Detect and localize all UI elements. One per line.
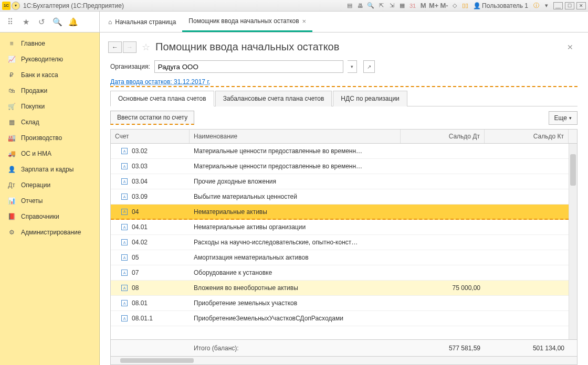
enter-balances-button[interactable]: Ввести остатки по счету [110, 111, 194, 125]
window-close-icon[interactable]: ✕ [576, 2, 586, 9]
sidebar-item-8[interactable]: 👤Зарплата и кадры [0, 162, 99, 177]
table-row[interactable]: A07Оборудование к установке [111, 265, 569, 281]
footer-debit: 577 581,59 [401, 345, 485, 352]
sidebar-icon: ▦ [7, 119, 16, 126]
accounts-table: Счет Наименование Сальдо Дт Сальдо Кт A0… [110, 129, 578, 357]
table-row[interactable]: A04Нематериальные активы [111, 205, 569, 220]
cell-account: 04.02 [132, 239, 148, 246]
toolbar-calendar-icon[interactable]: 31 [408, 2, 417, 10]
sidebar-item-5[interactable]: ▦Склад [0, 114, 99, 130]
sidebar-item-4[interactable]: 🛒Покупки [0, 99, 99, 114]
footer-label: Итого (баланс): [190, 345, 401, 352]
vertical-scrollbar[interactable] [569, 144, 577, 339]
sidebar-item-2[interactable]: ₽Банк и касса [0, 67, 99, 83]
tab-home[interactable]: ⌂ Начальная страница [102, 12, 182, 32]
window-maximize-icon[interactable]: ☐ [565, 2, 574, 9]
toolbar-panels-icon[interactable]: ▯▯ [460, 2, 470, 10]
table-row[interactable]: A03.04Прочие доходные вложения [111, 174, 569, 189]
toolbar-save-icon[interactable]: ▤ [345, 2, 354, 10]
org-dropdown-icon[interactable]: ▾ [348, 60, 357, 73]
sidebar-item-1[interactable]: 📈Руководителю [0, 51, 99, 67]
app-menu-dropdown[interactable]: ▾ [12, 2, 20, 10]
tab-close-icon[interactable]: × [302, 17, 307, 25]
toolbar-export-icon[interactable]: ⇱ [376, 2, 386, 10]
sidebar-item-7[interactable]: 🚚ОС и НМА [0, 146, 99, 162]
sidebar-item-label: Покупки [21, 103, 45, 110]
favorite-star-icon[interactable]: ☆ [142, 41, 150, 53]
toolbar-bookmark-icon[interactable]: ◇ [450, 2, 459, 10]
sidebar-item-6[interactable]: 🏭Производство [0, 130, 99, 146]
col-scroll-spacer [569, 130, 577, 143]
sidebar-item-label: Зарплата и кадры [21, 166, 74, 173]
inner-tab-1[interactable]: Забалансовые счета плана счетов [215, 91, 332, 106]
apps-icon[interactable]: ⠿ [5, 17, 15, 27]
sidebar-item-label: Справочники [21, 213, 59, 220]
sidebar-item-9[interactable]: ДтОперации [0, 177, 99, 193]
inner-tab-0[interactable]: Основные счета плана счетов [110, 91, 214, 106]
table-row[interactable]: A03.09Выбытие материальных ценностей [111, 189, 569, 205]
col-credit[interactable]: Сальдо Кт [485, 130, 569, 143]
page-close-icon[interactable]: ✕ [567, 43, 578, 51]
col-account[interactable]: Счет [111, 130, 190, 143]
cell-account: 08.01 [132, 299, 148, 307]
search-icon[interactable]: 🔍 [52, 17, 62, 27]
cell-account: 03.09 [132, 193, 148, 200]
toolbar-import-icon[interactable]: ⇲ [387, 2, 396, 10]
org-label: Организация: [110, 63, 150, 70]
cell-account: 08.01.1 [132, 315, 153, 322]
window-minimize-icon[interactable]: __ [553, 2, 563, 9]
table-row[interactable]: A05Амортизация нематериальных активов [111, 250, 569, 265]
table-row[interactable]: A08.01.1ПриобретениеЗемельныхУчастковСДо… [111, 311, 569, 326]
tab-home-label: Начальная страница [115, 18, 176, 26]
org-open-icon[interactable]: ↗ [363, 60, 375, 73]
sidebar-item-3[interactable]: 🛍Продажи [0, 83, 99, 99]
date-link[interactable]: Дата ввода остатков: 31.12.2017 г. [110, 78, 578, 87]
nav-back-button[interactable]: ← [108, 41, 122, 53]
more-button-label: Еще [554, 114, 567, 122]
toolbar-mplus-icon[interactable]: M+ [429, 2, 438, 10]
h-scrollbar-thumb[interactable] [120, 358, 194, 363]
col-name[interactable]: Наименование [190, 130, 401, 143]
account-type-icon: A [121, 254, 128, 261]
sidebar-icon: 🚚 [7, 150, 16, 157]
horizontal-scrollbar[interactable] [110, 357, 578, 365]
table-row[interactable]: A08Вложения во внеоборотные активы75 000… [111, 281, 569, 296]
cell-account: 05 [132, 254, 139, 261]
toolbar-mminus-icon[interactable]: M- [439, 2, 449, 10]
col-debit[interactable]: Сальдо Дт [401, 130, 485, 143]
inner-tab-2[interactable]: НДС по реализации [333, 91, 407, 106]
window-title: 1С:Бухгалтерия (1С:Предприятие) [23, 2, 124, 9]
scrollbar-thumb[interactable] [570, 154, 576, 186]
account-type-icon: A [121, 224, 128, 230]
nav-forward-button[interactable]: → [123, 41, 136, 53]
cell-account: 08 [132, 284, 139, 292]
toolbar-info-drop-icon[interactable]: ▾ [542, 2, 551, 10]
sidebar-icon: Дт [7, 181, 16, 189]
toolbar-calc-icon[interactable]: ▦ [397, 2, 407, 10]
sidebar-item-12[interactable]: ⚙Администрирование [0, 224, 99, 240]
org-input[interactable] [154, 60, 343, 73]
toolbar-preview-icon[interactable]: 🔍 [366, 2, 375, 10]
toolbar-info-icon[interactable]: ⓘ [531, 2, 541, 10]
toolbar-print-icon[interactable]: 🖶 [355, 2, 365, 10]
bell-icon[interactable]: 🔔 [68, 17, 78, 27]
sidebar-item-11[interactable]: 📕Справочники [0, 209, 99, 224]
toolbar-m-icon[interactable]: M [418, 2, 428, 10]
table-row[interactable]: A03.03Материальные ценности предоставлен… [111, 159, 569, 174]
tab-active[interactable]: Помощник ввода начальных остатков × [182, 12, 312, 32]
sidebar-item-label: Производство [21, 134, 62, 142]
table-row[interactable]: A04.01Нематериальные активы организации [111, 220, 569, 235]
table-row[interactable]: A04.02Расходы на научно-исследовательски… [111, 235, 569, 250]
sidebar-icon: 🛍 [7, 87, 16, 94]
table-row[interactable]: A08.01Приобретение земельных участков [111, 296, 569, 311]
history-icon[interactable]: ↺ [37, 17, 46, 27]
sidebar-item-label: Отчеты [21, 197, 43, 205]
sidebar-item-0[interactable]: ≡Главное [0, 36, 99, 51]
table-row[interactable]: A03.02Материальные ценности предоставлен… [111, 144, 569, 159]
table-body[interactable]: A03.02Материальные ценности предоставлен… [111, 144, 569, 339]
sidebar-item-10[interactable]: 📊Отчеты [0, 193, 99, 209]
star-icon[interactable]: ★ [21, 17, 30, 27]
sidebar-item-label: ОС и НМА [21, 150, 51, 157]
user-label[interactable]: 👤Пользователь 1 [473, 2, 528, 9]
more-button[interactable]: Еще ▾ [549, 111, 578, 125]
